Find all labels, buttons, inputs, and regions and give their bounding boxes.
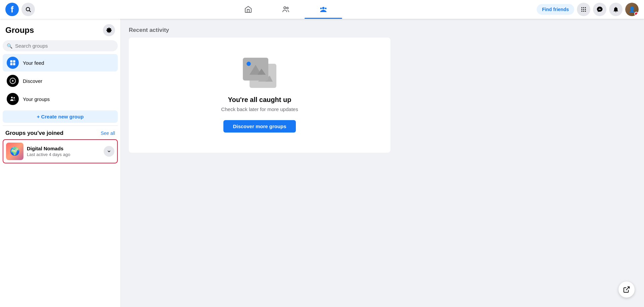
svg-rect-18 — [10, 63, 13, 65]
svg-point-2 — [284, 7, 286, 9]
external-link-icon — [623, 286, 630, 293]
your-feed-icon — [7, 57, 19, 69]
search-icon-button[interactable] — [21, 3, 35, 16]
chevron-down-icon — [107, 149, 111, 154]
svg-point-4 — [322, 7, 324, 9]
svg-point-11 — [583, 9, 584, 10]
svg-point-8 — [583, 7, 584, 8]
sidebar-divider — [3, 125, 118, 126]
discover-icon — [7, 75, 19, 87]
sidebar-item-your-feed[interactable]: Your feed — [3, 54, 118, 71]
apps-button[interactable] — [577, 3, 590, 16]
sidebar-item-discover[interactable]: Discover — [3, 72, 118, 90]
group-name: Digital Nomads — [27, 146, 100, 151]
svg-line-32 — [626, 287, 629, 290]
nav-right: Find friends 👤 — [537, 3, 639, 16]
caught-up-title: You're all caught up — [228, 96, 291, 104]
svg-rect-16 — [10, 60, 13, 63]
nav-left: f — [5, 3, 35, 16]
svg-point-12 — [585, 9, 586, 10]
image-placeholder-icon — [243, 58, 276, 88]
nav-center — [229, 1, 342, 17]
your-feed-label: Your feed — [23, 60, 44, 66]
svg-rect-19 — [13, 63, 15, 65]
nav-home-button[interactable] — [229, 1, 267, 17]
svg-point-31 — [247, 62, 251, 66]
settings-button[interactable] — [103, 24, 115, 36]
svg-point-14 — [583, 11, 584, 12]
sidebar-title: Groups — [5, 25, 34, 35]
groups-joined-title: Groups you've joined — [5, 130, 63, 137]
sidebar-header: Groups — [3, 23, 118, 40]
discover-label: Discover — [23, 78, 42, 84]
recent-activity-label: Recent activity — [129, 27, 636, 34]
mountain-icon-front — [245, 60, 266, 78]
svg-point-22 — [11, 97, 13, 98]
create-new-group-button[interactable]: + Create new group — [3, 110, 118, 123]
svg-point-23 — [13, 97, 15, 99]
group-info: Digital Nomads Last active 4 days ago — [27, 146, 100, 157]
caught-up-subtitle: Check back later for more updates — [221, 106, 298, 112]
home-icon — [244, 5, 252, 13]
facebook-logo[interactable]: f — [5, 3, 19, 16]
svg-point-3 — [286, 7, 288, 9]
sidebar-item-your-groups[interactable]: Your groups — [3, 90, 118, 108]
svg-point-0 — [26, 7, 30, 11]
search-icon — [25, 6, 31, 12]
discover-more-groups-button[interactable]: Discover more groups — [223, 120, 296, 133]
top-navigation: f — [0, 0, 644, 19]
caught-up-card: You're all caught up Check back later fo… — [129, 38, 390, 153]
grid-icon — [581, 6, 587, 12]
svg-point-9 — [585, 7, 586, 8]
main-layout: Groups 🔍 Your feed — [0, 19, 644, 307]
groups-joined-header: Groups you've joined See all — [3, 129, 118, 139]
gear-icon — [106, 27, 112, 33]
nav-friends-button[interactable] — [267, 1, 305, 17]
your-groups-icon — [7, 93, 19, 105]
see-all-button[interactable]: See all — [101, 131, 115, 136]
svg-point-10 — [581, 9, 582, 10]
friends-icon — [282, 5, 290, 13]
svg-point-15 — [585, 11, 586, 12]
bell-icon — [612, 6, 619, 13]
group-thumbnail: 🌍 — [6, 143, 23, 160]
svg-point-7 — [581, 7, 582, 8]
svg-point-6 — [320, 8, 322, 9]
search-groups-input[interactable] — [15, 43, 114, 49]
online-indicator — [634, 12, 638, 16]
floating-action-button[interactable] — [619, 282, 635, 298]
svg-point-5 — [325, 8, 326, 9]
messenger-icon — [596, 6, 603, 13]
main-content: Recent activity — [121, 19, 644, 307]
image-front — [243, 58, 268, 81]
group-activity: Last active 4 days ago — [27, 152, 100, 157]
svg-rect-17 — [13, 60, 15, 63]
svg-marker-21 — [12, 80, 14, 82]
find-friends-button[interactable]: Find friends — [537, 4, 574, 15]
svg-line-1 — [29, 10, 31, 12]
nav-groups-button[interactable] — [305, 1, 342, 17]
group-chevron-button[interactable] — [104, 146, 114, 157]
svg-point-13 — [581, 11, 582, 12]
messenger-button[interactable] — [593, 3, 606, 16]
search-groups-bar[interactable]: 🔍 — [3, 40, 118, 51]
avatar-button[interactable]: 👤 — [625, 3, 639, 16]
notifications-button[interactable] — [609, 3, 623, 16]
group-item-digital-nomads[interactable]: 🌍 Digital Nomads Last active 4 days ago — [3, 139, 118, 163]
sidebar: Groups 🔍 Your feed — [0, 19, 121, 307]
groups-icon — [319, 5, 327, 13]
your-groups-label: Your groups — [23, 96, 50, 102]
search-magnifier-icon: 🔍 — [7, 43, 12, 49]
